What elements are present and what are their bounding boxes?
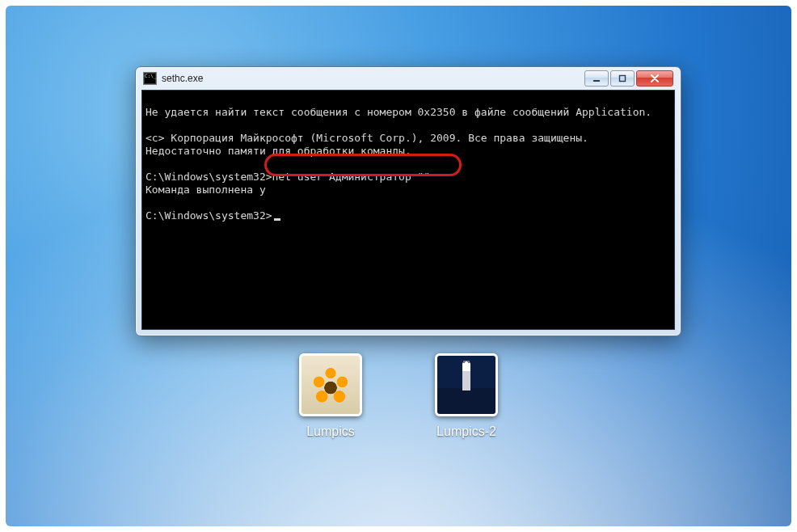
avatar <box>435 353 498 416</box>
window-controls <box>584 70 673 87</box>
maximize-button[interactable] <box>610 70 635 87</box>
account-lumpics[interactable]: Lumpics <box>299 353 362 439</box>
cursor-icon <box>274 218 280 221</box>
console-window: sethc.exe Не удается найти текст сообщен… <box>135 66 681 336</box>
terminal-line: Не удается найти текст сообщения с номер… <box>145 106 652 118</box>
close-button[interactable] <box>636 70 673 87</box>
account-lumpics-2[interactable]: Lumpics-2 <box>435 353 498 439</box>
terminal-line: Команда выполнена у <box>145 184 266 196</box>
terminal-line: Недостаточно памяти для обработки команд… <box>145 145 411 157</box>
terminal-line: C:\Windows\system32> <box>145 209 280 222</box>
avatar <box>299 353 362 416</box>
account-name: Lumpics <box>306 424 355 439</box>
terminal-output[interactable]: Не удается найти текст сообщения с номер… <box>141 90 675 330</box>
window-title: sethc.exe <box>162 73 203 84</box>
account-row: Lumpics Lumpics-2 <box>6 353 791 439</box>
terminal-line: C:\Windows\system32>net user Администрат… <box>145 171 430 183</box>
account-name: Lumpics-2 <box>436 424 496 439</box>
terminal-line: <c> Корпорация Майкрософт (Microsoft Cor… <box>145 132 588 144</box>
svg-rect-1 <box>620 76 626 82</box>
logon-screen: sethc.exe Не удается найти текст сообщен… <box>6 6 791 526</box>
titlebar[interactable]: sethc.exe <box>141 67 675 90</box>
svg-rect-0 <box>593 80 600 82</box>
cmd-icon <box>143 72 157 85</box>
minimize-button[interactable] <box>584 70 609 87</box>
